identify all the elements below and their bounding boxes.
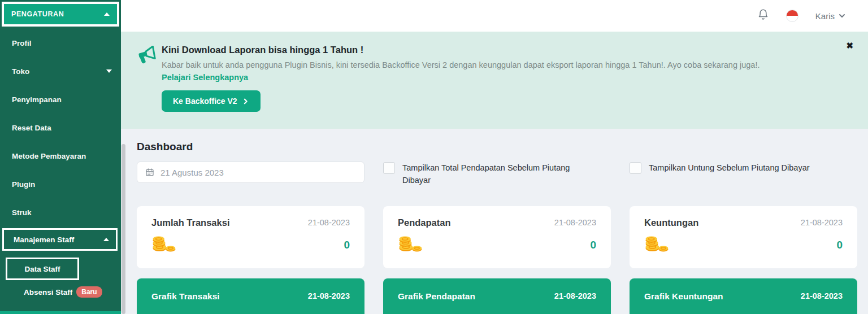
- checkbox-total-pendapatan: Tampilkan Total Pendapatan Sebelum Piuta…: [383, 162, 611, 187]
- chart-header-transaksi: Grafik Transaksi 21-08-2023: [137, 278, 364, 314]
- card-jumlah-transaksi: Jumlah Transaksi 21-08-2023 0: [137, 206, 364, 268]
- chart-title: Grafik Transaksi: [151, 291, 220, 302]
- chart-header-pendapatan: Grafik Pendapatan 21-08-2023: [383, 278, 611, 314]
- sidebar-item-plugin[interactable]: Plugin: [0, 170, 121, 198]
- coins-icon: [644, 236, 669, 255]
- stat-cards-row: Jumlah Transaksi 21-08-2023 0: [137, 206, 857, 268]
- sidebar-item-label: Absensi Staff: [24, 288, 72, 296]
- sidebar-item-manajemen-staff[interactable]: Manajemen Staff: [2, 228, 118, 251]
- checkbox-label: Tampilkan Total Pendapatan Sebelum Piuta…: [402, 162, 597, 187]
- user-name: Karis: [815, 11, 835, 21]
- coins-icon: [398, 236, 423, 255]
- chart-headers-row: Grafik Transaksi 21-08-2023 Grafik Penda…: [137, 278, 857, 314]
- caret-up-icon: [103, 238, 109, 241]
- backoffice-v2-button-label: Ke Backoffice V2: [173, 97, 237, 106]
- sidebar-item-label: Penyimpanan: [12, 95, 62, 104]
- calendar-icon: [145, 168, 154, 177]
- sidebar-item-label: Data Staff: [24, 265, 60, 273]
- user-menu[interactable]: Karis: [815, 11, 847, 21]
- card-title: Jumlah Transaksi: [151, 217, 230, 228]
- chart-header-keuntungan: Grafik Keuntungan 21-08-2023: [630, 278, 857, 314]
- sidebar-item-data-staff[interactable]: Data Staff: [6, 258, 79, 280]
- sidebar-item-absensi-staff[interactable]: Absensi Staff Baru: [0, 286, 121, 298]
- sidebar-next-section-peek: [0, 311, 121, 314]
- chart-date: 21-08-2023: [554, 291, 596, 300]
- card-value: 0: [590, 239, 596, 251]
- date-filter-input[interactable]: 21 Agustus 2023: [137, 162, 364, 183]
- card-value: 0: [836, 239, 843, 251]
- card-value: 0: [344, 239, 350, 251]
- megaphone-icon: [137, 46, 158, 67]
- sidebar: PENGATURAN Profil Toko Penyimpanan Reset…: [0, 0, 121, 314]
- card-keuntungan: Keuntungan 21-08-2023 0: [630, 206, 857, 268]
- card-date: 21-08-2023: [308, 218, 350, 227]
- sidebar-item-penyimpanan[interactable]: Penyimpanan: [0, 85, 121, 114]
- sidebar-item-label: Struk: [12, 208, 32, 217]
- sidebar-scrollbar[interactable]: [121, 144, 125, 314]
- sidebar-nav: Profil Toko Penyimpanan Reset Data Metod…: [0, 29, 121, 226]
- close-icon[interactable]: ✖: [846, 41, 853, 51]
- main-area: Karis ✖ Kini Download Laporan bisa hingg…: [121, 0, 868, 314]
- sidebar-item-label: Metode Pembayaran: [12, 152, 86, 160]
- card-date: 21-08-2023: [801, 218, 843, 227]
- bell-icon[interactable]: [757, 8, 769, 23]
- sidebar-section-pengaturan[interactable]: PENGATURAN: [2, 2, 119, 27]
- topbar: Karis: [121, 0, 868, 32]
- page-title: Dashboard: [137, 141, 857, 153]
- sidebar-item-label: Profil: [12, 39, 32, 47]
- caret-up-icon: [104, 12, 110, 16]
- coins-icon: [151, 236, 176, 255]
- chevron-right-icon: [242, 98, 249, 105]
- card-pendapatan: Pendapatan 21-08-2023 0: [383, 206, 611, 268]
- sidebar-item-label: Plugin: [12, 180, 35, 189]
- caret-down-icon: [106, 69, 112, 73]
- card-title: Keuntungan: [644, 217, 698, 228]
- checkbox-untung-box[interactable]: [630, 162, 641, 174]
- flag-indonesia-icon[interactable]: [786, 10, 798, 22]
- sidebar-item-reset-data[interactable]: Reset Data: [0, 114, 121, 142]
- announcement-banner: ✖ Kini Download Laporan bisa hingga 1 Ta…: [121, 32, 868, 129]
- chevron-down-icon: [837, 11, 847, 20]
- sidebar-section-label: PENGATURAN: [11, 10, 64, 18]
- checkbox-untung: Tampilkan Untung Sebelum Piutang Dibayar: [630, 162, 857, 174]
- checkbox-label: Tampilkan Untung Sebelum Piutang Dibayar: [649, 162, 810, 174]
- sidebar-item-toko[interactable]: Toko: [0, 57, 121, 85]
- sidebar-item-profil[interactable]: Profil: [0, 29, 121, 57]
- chart-title: Grafik Keuntungan: [644, 291, 723, 302]
- learn-more-link[interactable]: Pelajari Selengkapnya: [162, 73, 248, 82]
- card-date: 21-08-2023: [554, 218, 596, 227]
- banner-title: Kini Download Laporan bisa hingga 1 Tahu…: [162, 45, 760, 55]
- chart-date: 21-08-2023: [308, 291, 350, 300]
- backoffice-v2-button[interactable]: Ke Backoffice V2: [162, 90, 261, 112]
- sidebar-item-label: Toko: [12, 67, 29, 76]
- new-badge: Baru: [76, 286, 102, 298]
- date-filter-value: 21 Agustus 2023: [160, 168, 224, 177]
- sidebar-item-metode-pembayaran[interactable]: Metode Pembayaran: [0, 142, 121, 170]
- checkbox-total-pendapatan-box[interactable]: [383, 162, 395, 174]
- filters-row: 21 Agustus 2023 Tampilkan Total Pendapat…: [137, 162, 857, 187]
- sidebar-item-label: Reset Data: [12, 124, 51, 132]
- chart-title: Grafik Pendapatan: [398, 291, 475, 302]
- dashboard-content: Dashboard 21 Agustus 2023 Tampilkan Tota…: [121, 141, 868, 314]
- chart-date: 21-08-2023: [801, 291, 843, 300]
- sidebar-item-struk[interactable]: Struk: [0, 198, 121, 226]
- banner-text: Kabar baik untuk anda pengguna Plugin Bi…: [162, 60, 760, 69]
- card-title: Pendapatan: [398, 217, 451, 228]
- sidebar-item-label: Manajemen Staff: [14, 236, 74, 244]
